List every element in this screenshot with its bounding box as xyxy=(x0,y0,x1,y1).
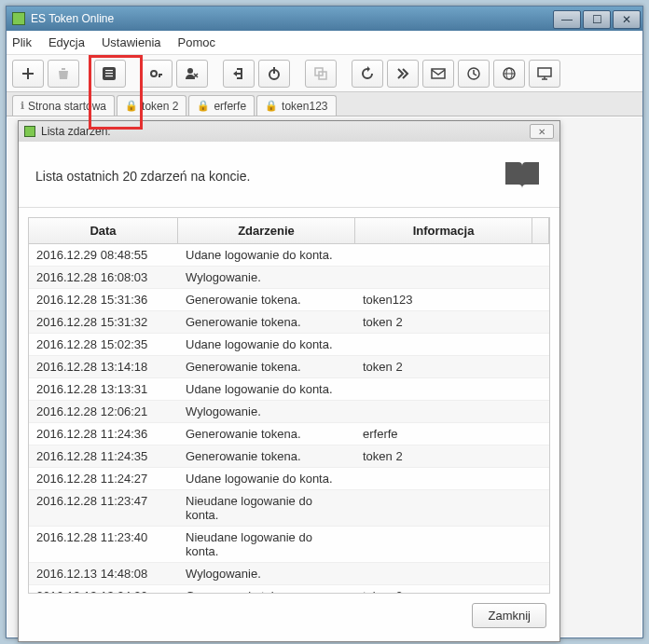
dialog-footer: Zamknij xyxy=(19,594,559,641)
table-row[interactable]: 2016.12.29 08:48:55Udane logowanie do ko… xyxy=(29,244,549,267)
app-icon xyxy=(12,12,25,25)
cell-date: 2016.12.28 12:06:21 xyxy=(29,401,178,422)
book-icon xyxy=(502,158,543,194)
col-event[interactable]: Zdarzenie xyxy=(178,218,355,243)
cell-info: erferfe xyxy=(355,423,549,445)
cell-date: 2016.12.28 11:24:27 xyxy=(29,468,178,489)
table-row[interactable]: 2016.12.28 11:24:35Generowanie tokena.to… xyxy=(29,445,549,468)
table-row[interactable]: 2016.12.28 15:02:35Udane logowanie do ko… xyxy=(29,334,549,356)
cell-info xyxy=(355,490,549,526)
svg-rect-0 xyxy=(105,70,113,71)
cell-info xyxy=(355,563,549,584)
cell-event: Udane logowanie do konta. xyxy=(178,468,355,489)
col-scroll-spacer xyxy=(532,218,549,243)
cell-info: token123 xyxy=(355,289,549,310)
toolbar xyxy=(7,55,642,92)
globe-button[interactable] xyxy=(493,60,525,88)
cell-date: 2016.12.28 11:24:35 xyxy=(29,445,178,467)
close-dialog-button[interactable]: Zamknij xyxy=(472,603,546,628)
monitor-button[interactable] xyxy=(529,60,560,88)
cell-info: token 2 xyxy=(355,445,549,467)
cell-date: 2016.12.28 15:31:36 xyxy=(29,289,178,310)
delete-button[interactable] xyxy=(48,60,79,88)
cell-date: 2016.12.28 15:31:32 xyxy=(29,311,178,333)
events-table: Data Zdarzenie Informacja 2016.12.29 08:… xyxy=(28,217,550,594)
svg-rect-1 xyxy=(105,73,113,74)
menu-settings[interactable]: Ustawienia xyxy=(102,35,161,49)
table-row[interactable]: 2016.12.28 13:13:31Udane logowanie do ko… xyxy=(29,378,549,401)
cell-event: Generowanie tokena. xyxy=(178,445,355,467)
cell-event: Generowanie tokena. xyxy=(178,289,355,310)
maximize-button[interactable]: ☐ xyxy=(583,10,611,29)
tab-label: Strona startowa xyxy=(28,100,106,113)
menu-edit[interactable]: Edycja xyxy=(48,35,85,49)
table-row[interactable]: 2016.12.28 11:24:27Udane logowanie do ko… xyxy=(29,468,549,490)
power-button[interactable] xyxy=(258,60,290,88)
tabbar: ℹStrona startowa🔒token 2🔒erferfe🔒token12… xyxy=(7,92,642,116)
log-button[interactable] xyxy=(94,60,126,88)
cell-event: Generowanie tokena. xyxy=(178,585,355,593)
logout-button[interactable] xyxy=(223,60,255,88)
tab-1[interactable]: 🔒token 2 xyxy=(117,95,186,116)
menu-help[interactable]: Pomoc xyxy=(178,35,215,49)
svg-rect-9 xyxy=(432,69,445,78)
dialog-close-button[interactable]: ✕ xyxy=(530,124,554,139)
tab-label: token123 xyxy=(282,100,327,113)
cell-date: 2016.12.28 11:23:40 xyxy=(29,527,178,562)
cell-event: Generowanie tokena. xyxy=(178,423,355,445)
menubar: Plik Edycja Ustawienia Pomoc xyxy=(7,31,642,55)
tab-3[interactable]: 🔒token123 xyxy=(256,95,336,116)
dialog-icon xyxy=(24,126,35,137)
cell-info xyxy=(355,267,549,288)
cell-event: Udane logowanie do konta. xyxy=(178,334,355,355)
user-remove-button[interactable] xyxy=(176,60,208,88)
table-row[interactable]: 2016.12.28 13:14:18Generowanie tokena.to… xyxy=(29,356,549,378)
table-row[interactable]: 2016.12.28 12:06:21Wylogowanie. xyxy=(29,401,549,423)
tab-label: erferfe xyxy=(214,100,246,113)
minimize-button[interactable]: — xyxy=(553,10,581,29)
dialog-titlebar: Lista zdarzeń: ✕ xyxy=(19,121,559,142)
info-icon: ℹ xyxy=(21,100,24,112)
table-row[interactable]: 2016.12.28 11:23:47Nieudane logowanie do… xyxy=(29,490,549,527)
cell-date: 2016.12.28 15:02:35 xyxy=(29,334,178,355)
cell-event: Wylogowanie. xyxy=(178,563,355,584)
col-date[interactable]: Data xyxy=(29,218,178,243)
svg-point-3 xyxy=(151,71,157,76)
tab-0[interactable]: ℹStrona startowa xyxy=(12,95,115,116)
close-button[interactable]: ✕ xyxy=(613,10,641,29)
lock-icon: 🔒 xyxy=(265,100,278,112)
key-button[interactable] xyxy=(141,60,173,88)
table-row[interactable]: 2016.12.28 16:08:03Wylogowanie. xyxy=(29,267,549,289)
table-row[interactable]: 2016.12.13 13:24:20Generowanie tokena.to… xyxy=(29,585,549,593)
cell-date: 2016.12.28 16:08:03 xyxy=(29,267,178,288)
dialog-title: Lista zdarzeń: xyxy=(41,125,530,138)
cell-event: Generowanie tokena. xyxy=(178,311,355,333)
cell-info xyxy=(355,401,549,422)
cell-info xyxy=(355,244,549,266)
table-body[interactable]: 2016.12.29 08:48:55Udane logowanie do ko… xyxy=(29,244,549,593)
table-row[interactable]: 2016.12.28 15:31:32Generowanie tokena.to… xyxy=(29,311,549,334)
main-window: ES Token Online — ☐ ✕ Plik Edycja Ustawi… xyxy=(6,6,643,638)
tab-2[interactable]: 🔒erferfe xyxy=(188,95,255,116)
forward-button[interactable] xyxy=(387,60,419,88)
cell-date: 2016.12.13 13:24:20 xyxy=(29,585,178,593)
mail-button[interactable] xyxy=(422,60,454,88)
history-button[interactable] xyxy=(352,60,383,88)
menu-file[interactable]: Plik xyxy=(12,35,32,49)
cell-date: 2016.12.28 11:24:36 xyxy=(29,423,178,445)
table-row[interactable]: 2016.12.13 14:48:08Wylogowanie. xyxy=(29,563,549,585)
svg-rect-6 xyxy=(273,67,275,74)
table-row[interactable]: 2016.12.28 11:23:40Nieudane logowanie do… xyxy=(29,527,549,563)
col-info[interactable]: Informacja xyxy=(355,218,532,243)
clock-button[interactable] xyxy=(458,60,490,88)
cell-info xyxy=(355,527,549,562)
table-row[interactable]: 2016.12.28 11:24:36Generowanie tokena.er… xyxy=(29,423,549,445)
cell-event: Wylogowanie. xyxy=(178,267,355,288)
lock-icon: 🔒 xyxy=(197,100,210,112)
cell-date: 2016.12.28 13:13:31 xyxy=(29,378,178,400)
cell-info xyxy=(355,468,549,489)
table-row[interactable]: 2016.12.28 15:31:36Generowanie tokena.to… xyxy=(29,289,549,311)
copy-button[interactable] xyxy=(305,60,337,88)
add-button[interactable] xyxy=(12,60,44,88)
cell-date: 2016.12.28 13:14:18 xyxy=(29,356,178,377)
